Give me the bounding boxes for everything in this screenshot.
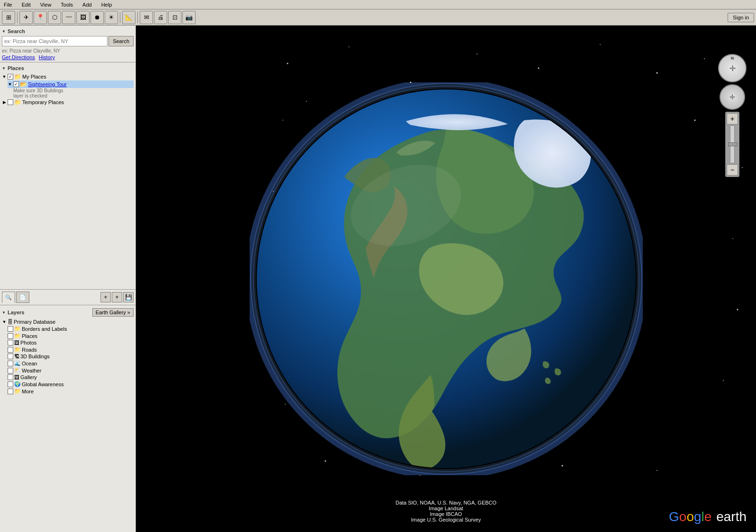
earth-globe[interactable]: [250, 82, 643, 475]
temp-places-label: Temporary Places: [22, 99, 64, 105]
sightseeing-tour-item[interactable]: ▼ ✓ 📂 Sightseeing Tour: [8, 80, 134, 88]
menu-file[interactable]: File: [2, 1, 14, 9]
menu-tools[interactable]: Tools: [59, 1, 75, 9]
my-places-icon: 📁: [14, 73, 21, 80]
search-button[interactable]: Search: [108, 36, 134, 46]
signin-button[interactable]: Sign in: [728, 13, 754, 22]
menu-add[interactable]: Add: [81, 1, 94, 9]
layer-ocean[interactable]: 🌊 Ocean: [8, 360, 134, 367]
toolbar-sun[interactable]: ☀: [105, 11, 118, 24]
zoom-slider-thumb[interactable]: [728, 142, 738, 146]
layers-section: ▼ Layers Earth Gallery » ▼ 🗄 Primary Dat…: [0, 305, 135, 532]
zoom-out-button[interactable]: −: [727, 164, 738, 176]
toolbar-overlay[interactable]: 🖼: [76, 11, 90, 24]
toolbar-placemark[interactable]: 📍: [34, 11, 47, 24]
temp-places-icon: 📁: [14, 99, 21, 106]
history-link[interactable]: History: [39, 54, 55, 60]
more-checkbox[interactable]: [8, 389, 13, 394]
ocean-label: Ocean: [22, 361, 37, 366]
look-joystick[interactable]: ✛: [720, 84, 745, 110]
layer-more[interactable]: 📁 More: [8, 388, 134, 395]
sightseeing-note: Make sure 3D Buildings layer is checked: [13, 88, 134, 98]
toolbar-fly-to[interactable]: ✈: [19, 11, 33, 24]
layer-weather[interactable]: ⛅ Weather: [8, 367, 134, 374]
places-layer-checkbox[interactable]: [8, 333, 13, 339]
3d-buildings-checkbox[interactable]: [8, 354, 13, 359]
gallery-checkbox[interactable]: [8, 374, 13, 380]
borders-checkbox[interactable]: [8, 326, 13, 332]
toolbar-view3d[interactable]: ⊡: [168, 11, 181, 24]
map-area[interactable]: N ✛ ✛ + − Data SIO, NOAA, U.S. Navy, NGA…: [136, 26, 756, 532]
toolbar: ⊞ ✈ 📍 ⬡ 〰 🖼 ⏺ ☀ 📐 ✉ 🖨 ⊡ 📷 Sign in: [0, 9, 756, 26]
logo-earth: earth: [716, 509, 747, 524]
places-title: Places: [8, 65, 24, 71]
ocean-checkbox[interactable]: [8, 361, 13, 366]
earth-gallery-button[interactable]: Earth Gallery »: [92, 308, 134, 317]
borders-label: Borders and Labels: [22, 326, 67, 332]
get-directions-link[interactable]: Get Directions: [2, 54, 35, 60]
logo-e: e: [704, 509, 712, 524]
search-input[interactable]: [2, 36, 108, 46]
menu-view[interactable]: View: [38, 1, 54, 9]
toolbar-polygon[interactable]: ⬡: [48, 11, 61, 24]
layer-global-awareness[interactable]: 🌍 Global Awareness: [8, 381, 134, 388]
search-row: Search: [2, 36, 134, 46]
toolbar-path[interactable]: 〰: [62, 11, 75, 24]
zoom-slider-track[interactable]: [730, 125, 735, 163]
layer-primary-db[interactable]: ▼ 🗄 Primary Database: [2, 319, 134, 325]
layer-photos[interactable]: 🖼 Photos: [8, 339, 134, 346]
logo-g: G: [669, 509, 679, 524]
toolbar-email[interactable]: ✉: [140, 11, 153, 24]
weather-checkbox[interactable]: [8, 368, 13, 373]
svg-point-6: [657, 72, 658, 74]
menu-edit[interactable]: Edit: [20, 1, 33, 9]
layer-places[interactable]: 📁 Places: [8, 332, 134, 339]
layer-3d-buildings[interactable]: 🏗 3D Buildings: [8, 353, 134, 360]
add-folder-btn[interactable]: +: [112, 292, 122, 302]
main-layout: ▼ Search Search ex: Pizza near Clayville…: [0, 26, 756, 532]
layer-borders[interactable]: 📁 Borders and Labels: [8, 325, 134, 332]
zoom-in-button[interactable]: +: [727, 113, 738, 124]
temporary-places-item[interactable]: ▶ 📁 Temporary Places: [2, 98, 134, 106]
search-tab[interactable]: 🔍: [2, 292, 15, 303]
roads-checkbox[interactable]: [8, 347, 13, 353]
places-collapse-icon[interactable]: ▼: [2, 66, 6, 71]
svg-point-7: [704, 58, 705, 59]
3d-buildings-label: 3D Buildings: [20, 354, 50, 359]
toolbar-record-tour[interactable]: ⏺: [90, 11, 104, 24]
global-awareness-checkbox[interactable]: [8, 381, 13, 387]
sightseeing-note-line2: layer is checked: [13, 93, 134, 98]
toolbar-print[interactable]: 🖨: [154, 11, 167, 24]
svg-point-4: [538, 68, 540, 69]
menu-help[interactable]: Help: [99, 1, 114, 9]
layer-gallery[interactable]: 🖼 Gallery: [8, 374, 134, 381]
toolbar-toggle-sidebar[interactable]: ⊞: [2, 11, 15, 24]
my-places-item[interactable]: ▼ ✓ 📁 My Places: [2, 73, 134, 80]
sightseeing-checkbox[interactable]: ✓: [13, 81, 19, 87]
svg-point-15: [737, 309, 738, 310]
layers-collapse-icon[interactable]: ▼: [2, 310, 6, 315]
search-collapse-icon[interactable]: ▼: [2, 29, 6, 34]
sightseeing-expand[interactable]: ▼: [8, 82, 12, 87]
layer-roads[interactable]: 📁 Roads: [8, 346, 134, 353]
add-placemark-btn[interactable]: +: [100, 292, 111, 302]
temp-places-checkbox[interactable]: [8, 99, 13, 105]
save-tour-btn[interactable]: 💾: [123, 292, 134, 302]
temp-places-expand[interactable]: ▶: [2, 100, 7, 105]
toolbar-camera[interactable]: 📷: [182, 11, 196, 24]
primary-db-expand[interactable]: ▼: [2, 319, 7, 324]
places-layer-label: Places: [22, 333, 37, 339]
primary-db-label: Primary Database: [14, 319, 55, 325]
roads-label: Roads: [22, 347, 37, 353]
zoom-control: + −: [725, 112, 739, 177]
sightseeing-label[interactable]: Sightseeing Tour: [28, 81, 67, 87]
my-places-expand[interactable]: ▼: [2, 74, 7, 79]
compass-arrows-icon: ✛: [729, 64, 736, 73]
gallery-icon: 🖼: [14, 374, 19, 380]
my-places-checkbox[interactable]: ✓: [8, 74, 13, 80]
places-tab[interactable]: 📄: [16, 292, 29, 303]
toolbar-ruler[interactable]: 📐: [122, 11, 135, 24]
compass[interactable]: N ✛: [718, 54, 747, 82]
photos-checkbox[interactable]: [8, 340, 13, 346]
panel-buttons: 🔍 📄 + + 💾: [0, 290, 135, 305]
